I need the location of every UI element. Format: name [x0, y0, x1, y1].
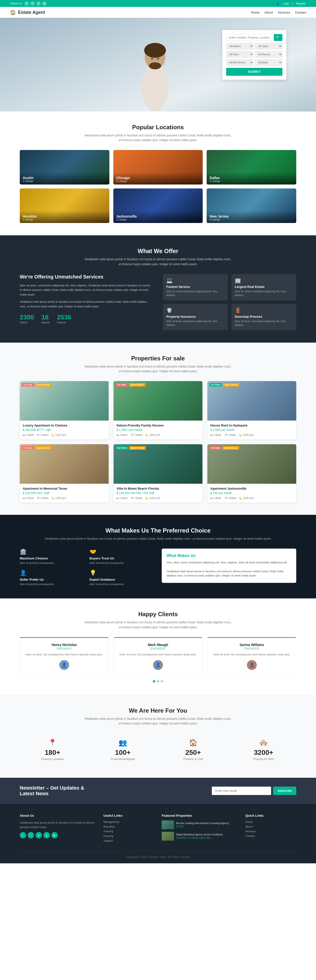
gp-icon[interactable]: g: [42, 1, 47, 6]
client-henry-avatar: 👤: [59, 660, 69, 670]
client-henry-name: Henry Nicholas: [25, 643, 104, 647]
reason-max-choices: 🏛️ Maximum Choices dolor sit amet.Ea con…: [20, 549, 85, 565]
header: 🏠 Estate Agent Home About Services Conta…: [0, 7, 316, 18]
fastest-icon: 💻: [166, 277, 224, 283]
footer-gp-icon[interactable]: g: [43, 832, 50, 838]
loc-count-jacksonville: 2 Listings: [116, 218, 200, 221]
prop-beds-hydepark: 🛏4 Beds: [210, 434, 221, 436]
location-chicago[interactable]: Chicago 2 Listings: [113, 150, 203, 185]
what-makes-box: What Makes Us Vero, dolor, amet consecte…: [162, 549, 296, 582]
footer-link-housing[interactable]: Housing: [104, 834, 154, 837]
fastest-title: Fastest Service: [166, 285, 224, 289]
footer-quick-home[interactable]: Home: [246, 821, 296, 823]
footer: About Us Vestibulum ante ipsum primis in…: [0, 804, 316, 863]
footer-featured-col: Featured Properties We Are Leading Inter…: [162, 814, 238, 844]
property-hydepark[interactable]: For Rent Open House House Rent In Hydepa…: [207, 381, 296, 439]
footer-quick-services[interactable]: Services: [246, 830, 296, 833]
login-link[interactable]: Login: [282, 2, 289, 5]
search-input[interactable]: [226, 34, 272, 41]
stat-agents: 👥 100+ Professional Agents: [90, 733, 156, 765]
fastest-text: dolor sit, amet consectetur adipiscing e…: [166, 290, 224, 297]
location-dallas[interactable]: Dallas 2 Listings: [207, 150, 296, 185]
prop-name-jacksonville: Apartment Jacksonville: [210, 487, 293, 490]
footer-tw-icon[interactable]: t: [28, 832, 34, 838]
property-jacksonville[interactable]: For Sale Open House Apartment Jacksonvil…: [207, 444, 296, 503]
baths-select[interactable]: All Baths: [255, 59, 282, 66]
footer-link-management[interactable]: Management: [104, 821, 154, 823]
footer-fb-icon[interactable]: f: [20, 832, 26, 838]
bedrooms-select[interactable]: All Bed Rooms: [226, 59, 254, 66]
footer-prop-price-1: $2,500: [176, 825, 229, 828]
prop-price-family: $ 1,200 / per month: [117, 428, 199, 432]
svg-point-3: [151, 57, 153, 60]
copyright-text: Copyright © 2020 Company name. All right…: [125, 856, 190, 858]
tag-rent-3: For Rent: [209, 383, 222, 387]
prop-sqft-memorial: 📐1200 sq.ft: [52, 497, 66, 500]
cities-select[interactable]: All Cities: [226, 51, 254, 58]
stat-locations-num: 180+: [25, 749, 80, 757]
nav-services[interactable]: Services: [278, 11, 290, 14]
footer-link-support[interactable]: Support: [104, 839, 154, 842]
properties-title: Properties For sale: [20, 355, 296, 362]
tag-sale-2: For Sale: [115, 383, 128, 387]
nav-about[interactable]: About: [264, 11, 273, 14]
service-fastest: 💻 Fastest Service dolor sit, amet consec…: [163, 274, 228, 301]
dot-3[interactable]: [161, 680, 163, 682]
clients-grid: Henry Nicholas ENGINEER dolor sit amet. …: [20, 637, 296, 675]
tw-icon[interactable]: t: [30, 1, 35, 6]
carousel-dots: [20, 680, 296, 682]
newsletter-subscribe-button[interactable]: Subscribe: [273, 787, 296, 795]
prop-baths-miami: 🚿1 Baths: [130, 497, 142, 500]
rooms-select[interactable]: No Rooms: [255, 51, 282, 58]
tag-open-3: Open House: [223, 383, 239, 387]
property-miami[interactable]: For Rent Open House Villa In Miami Beach…: [113, 444, 203, 503]
location-houston[interactable]: Houston 2 Listings: [20, 188, 109, 223]
footer-yt-icon[interactable]: ▶: [51, 832, 58, 838]
service-largest: 🏢 Largest Real Estate dolor sit, amet co…: [231, 274, 296, 301]
footer-prop-2[interactable]: Digital Marketing Agency all the Conditi…: [162, 832, 238, 841]
offer-heading: We're Offering Unmatched Services: [20, 274, 153, 280]
doorstep-title: Doorstep Process: [235, 315, 293, 318]
location-newjersey[interactable]: New Jersey 2 Listings: [207, 188, 296, 223]
top-bar: Follow Us: f t in g 👤 Login | Register: [0, 0, 316, 7]
nav-contact[interactable]: Contact: [295, 11, 306, 14]
property-memorial[interactable]: For Sale Open House Apartment In Memoria…: [20, 444, 109, 503]
loc-name-houston: Houston: [23, 214, 106, 218]
seller-title: Seller Prefer Us: [20, 578, 85, 581]
in-icon[interactable]: in: [36, 1, 41, 6]
footer-quick-about[interactable]: About: [246, 825, 296, 828]
location-jacksonville[interactable]: Jacksonville 2 Listings: [113, 188, 203, 223]
types-select[interactable]: All Types: [255, 43, 282, 49]
submit-button[interactable]: SUBMIT: [226, 68, 282, 76]
client-mark-role: ENGINEER: [119, 647, 197, 650]
search-button[interactable]: 🔍: [274, 34, 282, 41]
footer-in-icon[interactable]: in: [35, 832, 42, 838]
property-chelsea[interactable]: For Sale Open House Luxury Apartment In …: [20, 381, 109, 439]
reasons-grid: 🏛️ Maximum Choices dolor sit amet.Ea con…: [20, 549, 154, 586]
client-sarina: Sarina Willams ENGINEER dolor sit amet. …: [207, 637, 296, 675]
popular-title: Popular Locations: [20, 124, 296, 131]
dot-1[interactable]: [153, 680, 155, 682]
register-link[interactable]: Register: [296, 2, 306, 5]
newsletter-section: Newsletter – Get Updates & Latest News S…: [0, 778, 316, 804]
newsletter-title: Newsletter – Get Updates & Latest News: [20, 785, 94, 797]
footer-quick-contact[interactable]: Contact: [246, 834, 296, 837]
property-family-houses[interactable]: For Sale Open House Nature-Friendly Fami…: [113, 381, 203, 439]
footer-prop-1[interactable]: We Are Leading International Consulting …: [162, 821, 238, 829]
loc-name-chicago: Chicago: [116, 176, 200, 180]
newsletter-email-input[interactable]: [212, 787, 271, 795]
fb-icon[interactable]: f: [24, 1, 29, 6]
prop-price-miami: $ 130,000 000 000 / Per Sqft: [117, 492, 199, 495]
dot-2[interactable]: [157, 680, 159, 682]
prop-sqft-chelsea: 📐1200 sq.ft: [52, 434, 66, 436]
location-austin[interactable]: Austin 2 Listings: [20, 150, 109, 185]
footer-link-training[interactable]: Training: [104, 830, 154, 833]
footer-link-branding[interactable]: Branding: [104, 825, 154, 828]
svg-point-5: [149, 62, 161, 69]
main-nav: Home About Services Contact: [251, 11, 306, 14]
stat-sell-num: 250+: [165, 749, 221, 757]
actions-select[interactable]: All Actions: [226, 43, 254, 49]
nav-home[interactable]: Home: [251, 11, 260, 14]
agents-icon: 👥: [95, 738, 151, 747]
search-box: 🔍 All Actions All Types All Cities No Ro…: [222, 30, 286, 80]
